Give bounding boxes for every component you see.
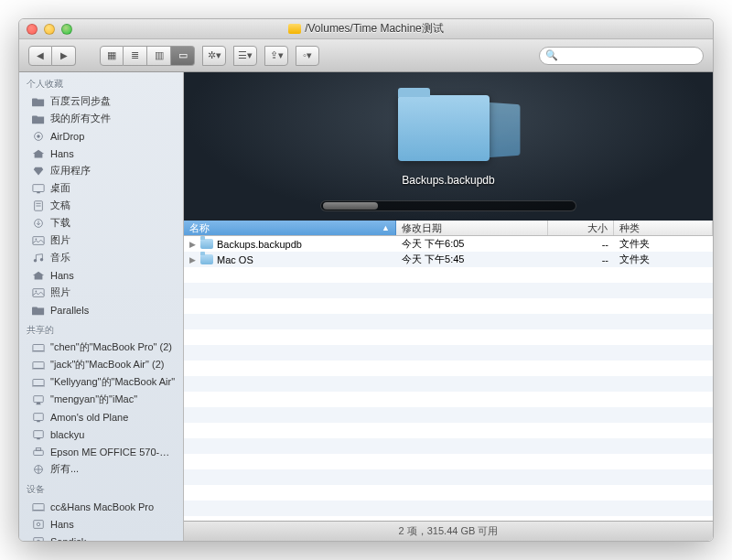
sidebar-section-header: 共享的 [19, 318, 183, 339]
sidebar-item[interactable]: 应用程序 [19, 162, 183, 179]
coverflow-view-button[interactable]: ▭ [171, 46, 195, 66]
sidebar-item[interactable]: "Kellyyang"的"MacBook Air" [19, 373, 183, 391]
svg-rect-24 [37, 437, 40, 439]
tags-button[interactable]: ◦▾ [296, 46, 319, 66]
svg-rect-15 [32, 350, 45, 351]
svg-rect-2 [33, 184, 44, 191]
pictures-icon [32, 235, 45, 246]
sidebar-item-label: blackyu [50, 429, 176, 440]
mac-icon [32, 377, 45, 388]
sidebar-item[interactable]: 照片 [19, 284, 183, 301]
icon-view-button[interactable]: ▦ [100, 46, 124, 66]
mac-icon [32, 342, 45, 353]
svg-point-33 [37, 540, 40, 541]
music-icon [32, 253, 45, 264]
zoom-button[interactable] [61, 24, 72, 35]
sidebar-item[interactable]: 百度云同步盘 [19, 92, 183, 110]
sidebar-item[interactable]: 所有... [19, 460, 183, 478]
svg-rect-26 [36, 447, 40, 450]
search-field[interactable]: 🔍 [539, 47, 704, 65]
window-body: 个人收藏百度云同步盘我的所有文件AirDropHans应用程序桌面文稿下载图片音… [19, 72, 713, 541]
folder-icon [200, 254, 213, 264]
svg-rect-17 [32, 368, 45, 369]
sidebar-item[interactable]: 我的所有文件 [19, 110, 183, 127]
toolbar: ◀ ▶ ▦ ≣ ▥ ▭ ✲▾ ☰▾ ⇪▾ ◦▾ 🔍 [19, 39, 713, 72]
row-stripes [184, 236, 713, 521]
file-row[interactable]: ▶Backups.backupdb今天 下午6:05--文件夹 [184, 236, 713, 252]
sidebar-item-label: 应用程序 [50, 164, 176, 178]
coverflow-scrollbar[interactable] [320, 200, 576, 211]
sidebar-item-label: AirDrop [50, 131, 176, 142]
svg-point-31 [37, 522, 40, 526]
back-button[interactable]: ◀ [28, 46, 52, 66]
titlebar[interactable]: /Volumes/Time Machine测试 [19, 19, 713, 39]
disk-icon [32, 519, 45, 530]
main-pane: Backups.backupdb 名称 ▲ 修改日期 大小 种类 ▶Backup… [184, 72, 713, 541]
home-icon [32, 270, 45, 281]
folder-icon [200, 239, 213, 249]
disclosure-icon[interactable]: ▶ [189, 240, 197, 249]
sidebar-item[interactable]: Amon's old Plane [19, 408, 183, 425]
airdrop-icon [32, 131, 45, 142]
sidebar-item[interactable]: cc&Hans MacBook Pro [19, 498, 183, 515]
action-button[interactable]: ✲▾ [202, 46, 226, 66]
column-name[interactable]: 名称 ▲ [184, 221, 396, 235]
file-name: Backups.backupdb [217, 239, 302, 250]
svg-rect-30 [34, 520, 44, 528]
search-input[interactable] [562, 50, 697, 61]
coverflow-pane[interactable]: Backups.backupdb [184, 72, 713, 221]
sidebar-item[interactable]: blackyu [19, 425, 183, 443]
apps-icon [32, 166, 45, 177]
forward-button[interactable]: ▶ [52, 46, 76, 66]
file-date: 今天 下午5:45 [396, 253, 548, 266]
list-view-button[interactable]: ≣ [124, 46, 147, 66]
sidebar-item-label: 照片 [50, 285, 176, 299]
coverflow-item[interactable] [398, 95, 499, 168]
traffic-lights [19, 24, 72, 35]
sidebar[interactable]: 个人收藏百度云同步盘我的所有文件AirDropHans应用程序桌面文稿下载图片音… [19, 72, 184, 541]
arrange-button[interactable]: ☰▾ [233, 46, 257, 66]
minimize-button[interactable] [44, 24, 55, 35]
sidebar-item[interactable]: 桌面 [19, 179, 183, 197]
column-kind[interactable]: 种类 [614, 221, 713, 235]
sidebar-item-label: "chen"的"MacBook Pro" (2) [50, 340, 176, 354]
sidebar-item[interactable]: Sandisk [19, 533, 183, 541]
share-button[interactable]: ⇪▾ [264, 46, 288, 66]
all-icon [32, 464, 45, 475]
sidebar-section-header: 设备 [19, 478, 183, 498]
sidebar-item[interactable]: AirDrop [19, 127, 183, 145]
imac-icon [32, 394, 45, 405]
chevron-right-icon: ▶ [60, 50, 68, 60]
file-kind: 文件夹 [614, 237, 713, 251]
sidebar-item[interactable]: 图片 [19, 232, 183, 249]
sidebar-item-label: 下载 [50, 216, 176, 230]
file-row[interactable]: ▶Mac OS今天 下午5:45--文件夹 [184, 252, 713, 267]
sidebar-item-label: Parallels [50, 305, 176, 316]
sidebar-item[interactable]: "jack"的"MacBook Air" (2) [19, 356, 183, 373]
finder-window: /Volumes/Time Machine测试 ◀ ▶ ▦ ≣ ▥ ▭ ✲▾ ☰… [18, 18, 714, 542]
svg-point-10 [34, 258, 38, 262]
disclosure-icon[interactable]: ▶ [189, 255, 197, 264]
sidebar-item[interactable]: Hans [19, 515, 183, 533]
column-size[interactable]: 大小 [548, 221, 614, 235]
file-name: Mac OS [217, 254, 253, 265]
sidebar-item[interactable]: 文稿 [19, 197, 183, 214]
svg-rect-32 [34, 537, 44, 541]
column-date[interactable]: 修改日期 [396, 221, 548, 235]
sidebar-item[interactable]: 下载 [19, 214, 183, 232]
svg-rect-22 [37, 420, 40, 422]
sidebar-item[interactable]: Epson ME OFFICE 570-E8... [19, 443, 183, 460]
close-button[interactable] [27, 24, 38, 35]
sidebar-item[interactable]: Parallels [19, 301, 183, 318]
sidebar-item[interactable]: Hans [19, 145, 183, 162]
sidebar-item-label: 百度云同步盘 [50, 94, 176, 108]
file-list[interactable]: ▶Backups.backupdb今天 下午6:05--文件夹▶Mac OS今天… [184, 236, 713, 521]
svg-point-13 [36, 290, 38, 292]
sidebar-item[interactable]: "mengyan"的"iMac" [19, 391, 183, 408]
sidebar-item[interactable]: 音乐 [19, 249, 183, 266]
sidebar-item[interactable]: "chen"的"MacBook Pro" (2) [19, 339, 183, 356]
home-icon [32, 148, 45, 159]
sidebar-item[interactable]: Hans [19, 266, 183, 284]
column-view-button[interactable]: ▥ [147, 46, 171, 66]
file-size: -- [548, 239, 614, 250]
